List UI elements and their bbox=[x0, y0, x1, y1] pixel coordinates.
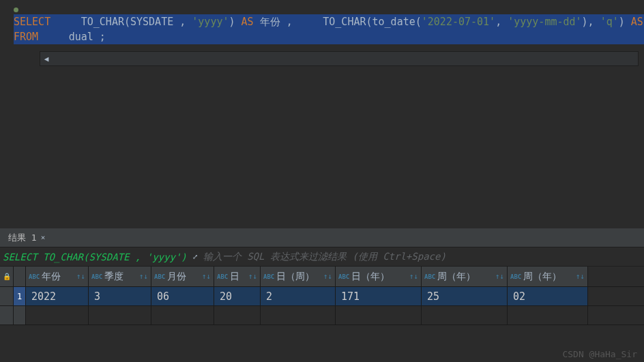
row-number bbox=[14, 306, 26, 325]
cell bbox=[422, 306, 508, 325]
close-icon[interactable]: × bbox=[41, 233, 46, 242]
column-label: 日（年） bbox=[351, 271, 390, 283]
column-header[interactable]: ABC季度↑↓ bbox=[89, 267, 151, 286]
sort-icon[interactable]: ↑↓ bbox=[407, 272, 418, 281]
column-label: 年份 bbox=[42, 271, 61, 283]
sql-editor[interactable]: SELECT TO_CHAR(SYSDATE , 'yyyy') AS 年份 ,… bbox=[0, 0, 644, 228]
cell[interactable]: 3 bbox=[89, 287, 151, 305]
type-badge-icon: ABC bbox=[29, 273, 40, 280]
cell bbox=[336, 306, 422, 325]
cell bbox=[26, 306, 89, 325]
column-header[interactable]: ABC周（年）↑↓ bbox=[508, 267, 588, 286]
cell bbox=[261, 306, 336, 325]
type-badge-icon: ABC bbox=[217, 273, 228, 280]
type-badge-icon: ABC bbox=[263, 273, 274, 280]
column-label: 周（年） bbox=[523, 271, 561, 283]
column-label: 日（周） bbox=[276, 271, 314, 283]
sort-icon[interactable]: ↑↓ bbox=[321, 272, 332, 281]
column-header[interactable]: ABC周（年）↑↓ bbox=[422, 267, 508, 286]
column-header[interactable]: ABC月份↑↓ bbox=[151, 267, 214, 286]
results-tab-bar: 结果 1 × bbox=[0, 228, 644, 247]
lock-icon: 🔒 bbox=[0, 267, 14, 286]
filter-sql-preview: SELECT TO_CHAR(SYSDATE , 'yyyy') bbox=[0, 252, 187, 262]
watermark: CSDN @HaHa_Sir bbox=[562, 349, 637, 359]
filter-input[interactable]: 输入一个 SQL 表达式来过滤结果 (使用 Ctrl+Space) bbox=[203, 251, 446, 263]
column-label: 日 bbox=[230, 271, 239, 283]
tab-result-1[interactable]: 结果 1 × bbox=[3, 229, 50, 247]
column-header[interactable]: ABC日（年）↑↓ bbox=[336, 267, 422, 286]
cell bbox=[214, 306, 261, 325]
cell[interactable]: 171 bbox=[336, 287, 422, 305]
row-number: 1 bbox=[14, 287, 26, 305]
horizontal-scrollbar[interactable]: ◀ bbox=[40, 51, 639, 66]
sort-icon[interactable]: ↑↓ bbox=[74, 272, 85, 281]
table-row[interactable]: 1 20223062021712502 bbox=[0, 287, 644, 306]
type-badge-icon: ABC bbox=[510, 273, 521, 280]
cell[interactable]: 2 bbox=[261, 287, 336, 305]
table-row bbox=[0, 306, 644, 325]
cell[interactable]: 25 bbox=[422, 287, 508, 305]
expand-icon[interactable]: ⤢ bbox=[187, 253, 203, 260]
row-handle bbox=[0, 306, 14, 325]
cell[interactable]: 20 bbox=[214, 287, 261, 305]
type-badge-icon: ABC bbox=[338, 273, 349, 280]
sort-icon[interactable]: ↑↓ bbox=[136, 272, 148, 281]
cell[interactable]: 06 bbox=[151, 287, 214, 305]
code-selection: SELECT TO_CHAR(SYSDATE , 'yyyy') AS 年份 ,… bbox=[14, 14, 644, 44]
sort-icon[interactable]: ↑↓ bbox=[493, 272, 504, 281]
breakpoint-dot-icon bbox=[14, 7, 18, 12]
type-badge-icon: ABC bbox=[91, 273, 102, 280]
type-badge-icon: ABC bbox=[154, 273, 165, 280]
cell bbox=[508, 306, 588, 325]
sort-icon[interactable]: ↑↓ bbox=[199, 272, 211, 281]
column-label: 周（年） bbox=[437, 271, 475, 283]
row-handle bbox=[0, 287, 14, 305]
cell bbox=[89, 306, 151, 325]
scroll-left-icon[interactable]: ◀ bbox=[40, 55, 53, 63]
column-header[interactable]: ABC日（周）↑↓ bbox=[261, 267, 336, 286]
filter-bar: SELECT TO_CHAR(SYSDATE , 'yyyy') ⤢ 输入一个 … bbox=[0, 247, 644, 267]
sort-icon[interactable]: ↑↓ bbox=[246, 272, 257, 281]
sort-icon[interactable]: ↑↓ bbox=[573, 272, 585, 281]
corner-cell bbox=[14, 267, 26, 286]
result-grid[interactable]: 🔒 ABC年份↑↓ABC季度↑↓ABC月份↑↓ABC日↑↓ABC日（周）↑↓AB… bbox=[0, 267, 644, 325]
column-header[interactable]: ABC日↑↓ bbox=[214, 267, 261, 286]
column-label: 月份 bbox=[167, 271, 186, 283]
cell bbox=[151, 306, 214, 325]
cell[interactable]: 2022 bbox=[26, 287, 89, 305]
tab-label: 结果 1 bbox=[8, 232, 37, 244]
type-badge-icon: ABC bbox=[424, 273, 435, 280]
column-label: 季度 bbox=[104, 271, 123, 283]
column-header[interactable]: ABC年份↑↓ bbox=[26, 267, 89, 286]
cell[interactable]: 02 bbox=[508, 287, 588, 305]
grid-header-row: 🔒 ABC年份↑↓ABC季度↑↓ABC月份↑↓ABC日↑↓ABC日（周）↑↓AB… bbox=[0, 267, 644, 287]
